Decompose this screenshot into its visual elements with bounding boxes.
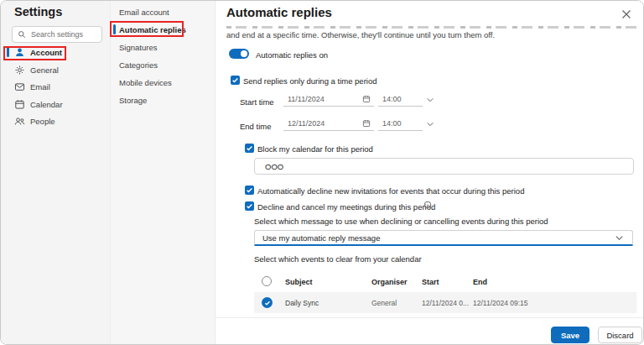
discard-button[interactable]: Discard [598, 327, 642, 343]
person-icon [14, 47, 25, 58]
sidebar-item-account[interactable]: Account [1, 44, 110, 60]
start-clock-value: 14:00 [382, 95, 402, 103]
sidebar-item-label: General [30, 65, 59, 75]
subnav-item-label: Automatic replies [119, 25, 186, 34]
end-clock-field[interactable]: 14:00 [378, 117, 423, 131]
row-start: 12/11/2024 0... [422, 299, 469, 307]
start-time-label: Start time [240, 97, 274, 107]
block-calendar-label: Block my calendar for this period [257, 144, 373, 154]
sidebar-item-label: Account [30, 48, 62, 57]
footer-divider [216, 317, 643, 318]
dropdown-chevron-icon [615, 233, 624, 243]
check-icon [246, 144, 253, 152]
subnav-item-categories[interactable]: Categories [111, 58, 216, 71]
select-events-label: Select which events to clear from your c… [254, 254, 422, 264]
sidebar-item-calendar[interactable]: Calendar [1, 97, 110, 112]
subnav-item-email-account[interactable]: Email account [111, 5, 216, 18]
table-header-start: Start [422, 278, 439, 286]
toggle-knob [241, 50, 247, 57]
start-time-chevron-icon[interactable] [426, 96, 434, 104]
intro-clipped-line [226, 26, 636, 29]
send-replies-checkbox[interactable] [231, 76, 240, 85]
automatic-replies-toggle[interactable] [229, 49, 249, 59]
subnav-item-label: Mobile devices [119, 78, 172, 87]
table-header-organiser: Organiser [371, 278, 408, 286]
select-message-label: Select which message to use when declini… [254, 217, 548, 226]
account-subnav: Email account Automatic replies Signatur… [110, 1, 215, 344]
calendar-picker-icon[interactable] [362, 119, 371, 128]
settings-sidebar: Settings Account [1, 1, 110, 344]
gear-icon [14, 65, 25, 76]
dropdown-value: Use my automatic reply message [262, 233, 380, 243]
sidebar-item-label: People [30, 117, 55, 126]
intro-text: and end at a specific time. Otherwise, t… [226, 30, 495, 39]
block-message-input[interactable] [263, 161, 625, 172]
close-button[interactable] [621, 8, 632, 20]
sidebar-item-email[interactable]: Email [1, 79, 110, 94]
close-icon [621, 9, 631, 19]
settings-title: Settings [14, 5, 62, 18]
save-button[interactable]: Save [551, 327, 589, 343]
subnav-item-automatic-replies[interactable]: Automatic replies [111, 23, 216, 36]
check-icon [246, 186, 253, 194]
subnav-item-label: Signatures [119, 43, 157, 52]
subnav-item-signatures[interactable]: Signatures [111, 40, 216, 54]
check-icon [246, 202, 253, 210]
end-time-label: End time [240, 122, 272, 131]
row-subject: Daily Sync [285, 299, 319, 307]
calendar-icon [14, 99, 25, 110]
toggle-label: Automatic replies on [256, 50, 328, 60]
sidebar-item-label: Email [30, 82, 50, 91]
calendar-picker-icon[interactable] [362, 95, 371, 103]
people-icon [14, 116, 25, 127]
panel-title: Automatic replies [226, 5, 332, 19]
select-all-events-checkbox[interactable] [262, 276, 272, 286]
envelope-icon [14, 81, 25, 92]
subnav-item-label: Email account [119, 8, 169, 17]
info-icon[interactable] [423, 201, 432, 209]
row-checked-icon[interactable] [262, 297, 273, 308]
auto-decline-label: Automatically decline new invitations fo… [257, 186, 524, 196]
settings-window: Settings Account [0, 0, 644, 345]
sidebar-item-general[interactable]: General [1, 62, 110, 77]
subnav-item-storage[interactable]: Storage [111, 93, 216, 107]
end-date-field[interactable]: 12/11/2024 [283, 117, 374, 131]
subnav-item-label: Storage [119, 96, 147, 105]
decline-cancel-checkbox[interactable] [245, 201, 254, 211]
check-icon [231, 76, 239, 84]
sidebar-item-people[interactable]: People [1, 113, 110, 128]
end-date-value: 12/11/2024 [288, 119, 325, 128]
table-header-end: End [473, 278, 487, 286]
search-input[interactable] [29, 29, 96, 39]
decline-message-dropdown[interactable]: Use my automatic reply message [254, 230, 633, 246]
end-clock-value: 14:00 [382, 119, 402, 128]
start-date-value: 11/11/2024 [288, 95, 325, 103]
row-end: 12/11/2024 09:15 [473, 299, 528, 307]
table-row[interactable]: Daily Sync General 12/11/2024 0... 12/11… [254, 292, 636, 313]
block-message-input-wrap [254, 158, 634, 175]
block-calendar-checkbox[interactable] [245, 144, 254, 153]
start-clock-field[interactable]: 14:00 [378, 92, 423, 107]
sidebar-item-label: Calendar [30, 100, 63, 109]
automatic-replies-panel: Automatic replies and end at a specific … [215, 1, 643, 344]
subnav-item-mobile-devices[interactable]: Mobile devices [111, 76, 216, 89]
settings-search[interactable] [12, 26, 102, 43]
start-date-field[interactable]: 11/11/2024 [283, 92, 374, 107]
send-replies-label: Send replies only during a time period [243, 76, 377, 86]
table-header-subject: Subject [285, 278, 313, 286]
row-organiser: General [371, 299, 397, 307]
decline-cancel-label: Decline and cancel my meetings during th… [257, 202, 435, 212]
end-time-chevron-icon[interactable] [426, 120, 434, 128]
auto-decline-checkbox[interactable] [245, 186, 254, 195]
subnav-item-label: Categories [119, 60, 158, 70]
search-icon [18, 30, 26, 39]
